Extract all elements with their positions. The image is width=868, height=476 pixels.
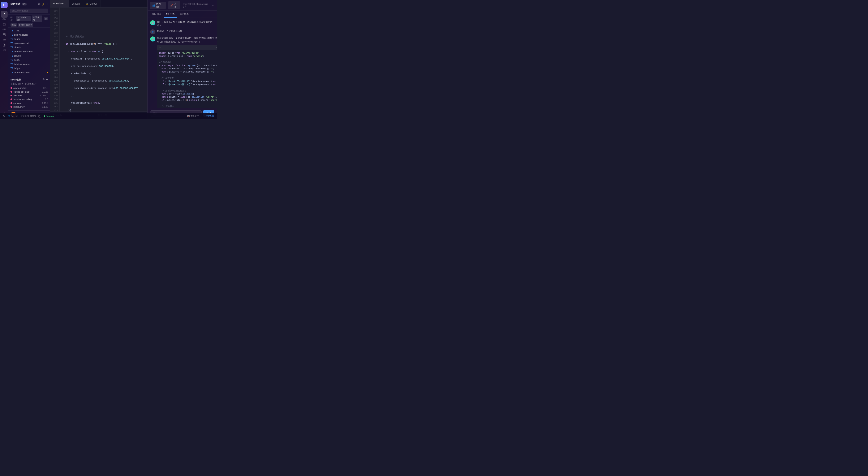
use-code-button[interactable]: 使用 xyxy=(216,46,217,49)
npm-name: claude-api-slack xyxy=(13,91,41,93)
code-editor[interactable]: 156 157 158 159 160 161 162 163 164 165 … xyxy=(50,7,148,111)
sidebar-storage-item[interactable]: 存储 xyxy=(1,31,7,41)
panel-tab-api[interactable]: 接口调试 xyxy=(149,11,164,18)
database-icon xyxy=(3,23,6,26)
tab-unlock[interactable]: 🔒 Unlock xyxy=(83,0,100,7)
function-item-checkMJ[interactable]: TS checkMJPicStatus xyxy=(8,49,50,54)
sidebar-item-logs[interactable] xyxy=(1,42,7,48)
sidebar-item-database-label: 数据 xyxy=(2,28,6,31)
npm-dot xyxy=(10,91,12,93)
status-right: 📊 资源监控 · · · · 变更配置 xyxy=(187,114,214,117)
status-settings-icon[interactable]: ⚙ xyxy=(2,114,5,118)
search-box xyxy=(8,7,50,15)
function-name: ai-api xyxy=(14,38,20,40)
add-function-button[interactable]: + xyxy=(46,2,48,6)
ts-prefix: TS xyxy=(10,59,13,61)
npm-section-header: NPM 依赖 ✎ + xyxy=(10,78,48,81)
tab-icon-lock: 🔒 xyxy=(86,2,88,5)
tab-label-weixin-gpt: weixin-... xyxy=(56,2,66,5)
npm-version: 1.1.23 xyxy=(42,106,48,108)
function-item-lafrun[interactable]: TS laf-run-exporter xyxy=(8,70,50,75)
function-item-lafgpt[interactable]: TS laf-gpt xyxy=(8,66,50,70)
top-right-actions: 👥 协作 (1) 🚀 发布 https://htr4n1.laf.run/wei… xyxy=(150,1,214,9)
ts-prefix: TS xyxy=(10,38,13,40)
function-item-aiapi[interactable]: TS ai-api xyxy=(8,37,50,41)
filter-icon[interactable]: ⚡ xyxy=(41,2,45,6)
logs-icon xyxy=(3,43,6,46)
tag-section: 标签 laf-cluade-api laf公众号 laf xyxy=(8,15,50,23)
panel-tab-laf-pilot[interactable]: Laf Pilot xyxy=(164,11,177,18)
config-button[interactable]: 变更配置 xyxy=(206,114,214,117)
publish-button[interactable]: 🚀 发布 xyxy=(168,1,180,9)
sidebar-item-functions-label: 函数 xyxy=(2,18,6,20)
npm-meta: 自定义依赖 9 内置依赖 24 xyxy=(10,82,48,85)
sidebar-database-item[interactable]: 数据 xyxy=(1,21,7,31)
monitor-link[interactable]: 📊 资源监控 · · · · xyxy=(187,114,203,117)
npm-item-fast-text-encoding[interactable]: fast-text-encoding 1.0.6 xyxy=(10,97,48,101)
panel-tab-laf-pilot-label: Laf Pilot xyxy=(166,12,175,15)
npm-section-title: NPM 依赖 xyxy=(10,78,21,81)
panel-tabs: 接口调试 Laf Pilot 历史版本 xyxy=(148,11,217,18)
status-help-icon[interactable]: ? xyxy=(38,114,41,117)
function-item-deldb[interactable]: TS delDB xyxy=(8,58,50,62)
npm-item-midjourney[interactable]: midjourney 1.1.23 xyxy=(10,105,48,109)
function-item-init[interactable]: TS __init__ xyxy=(8,29,50,33)
tab-chatsiri[interactable]: chatsiri xyxy=(69,0,83,7)
tag-laf[interactable]: laf xyxy=(43,18,48,20)
ts-prefix: TS xyxy=(10,67,13,70)
icon-sidebar: H ƒ 函数 数据 存储 日志 xyxy=(0,0,8,119)
function-name: ap-api-context xyxy=(14,42,29,44)
function-item-chatsiri[interactable]: TS chatsiri xyxy=(8,45,50,49)
sidebar-item-logs-label: 日志 xyxy=(2,49,6,51)
function-item-lafdev[interactable]: TS laf-dev-exporter xyxy=(8,62,50,66)
sidebar-logs-item[interactable]: 日志 xyxy=(1,42,7,51)
npm-item-async-mutex[interactable]: async-mutex 0.4.0 xyxy=(10,86,48,90)
tab-weixin-gpt[interactable]: weixin-... xyxy=(50,0,69,7)
ts-prefix: TS xyxy=(10,55,13,57)
monitor-icon: 📊 xyxy=(187,115,190,117)
tag-laf-wechat[interactable]: laf公众号 xyxy=(32,15,42,22)
npm-item-aws-sdk[interactable]: aws-sdk 2.1374.0 xyxy=(10,94,48,97)
app-logo[interactable]: H xyxy=(1,2,7,8)
right-panel: 👥 协作 (1) 🚀 发布 https://htr4n1.laf.run/wei… xyxy=(148,0,217,119)
panel-tab-api-label: 接口调试 xyxy=(152,12,161,15)
function-name: mj-api xyxy=(14,75,20,76)
sidebar-item-database[interactable] xyxy=(1,21,7,28)
function-item-claude[interactable]: TS claude xyxy=(8,54,50,58)
ts-prefix: TS xyxy=(10,50,13,53)
function-name: claude xyxy=(14,55,21,57)
search-input[interactable] xyxy=(10,9,48,13)
npm-item-claude-api-slack[interactable]: claude-api-slack 1.0.28 xyxy=(10,90,48,94)
chat-text-welcome: 你好，我是 Laf AI 开发助理，请问有什么可以帮助您的吗？ xyxy=(157,20,214,27)
tag-laf-claude-api[interactable]: laf-cluade-api xyxy=(16,16,31,21)
tag-sealos[interactable]: Sealos 公众号 xyxy=(18,23,33,27)
copy-url-icon[interactable]: ⧉ xyxy=(213,4,214,7)
status-lang[interactable]: 🌐 En xyxy=(7,115,13,117)
function-item-apapi[interactable]: TS ap-api-context xyxy=(8,41,50,45)
panel-tab-history[interactable]: 历史版本 xyxy=(177,11,191,18)
ts-prefix: TS xyxy=(10,76,13,76)
chat-message-user: 👤 帮我写一个登录注册函数 xyxy=(150,29,214,34)
status-app[interactable]: 当前应用: others xyxy=(20,114,36,117)
tab-label-chatsiri: chatsiri xyxy=(72,2,80,5)
tag-test[interactable]: 测试 xyxy=(10,23,17,27)
npm-item-canvas[interactable]: canvas 2.11.2 xyxy=(10,101,48,105)
function-name: laf-gpt xyxy=(14,67,21,70)
publish-label: 发布 xyxy=(174,2,178,8)
npm-name: fast-text-encoding xyxy=(13,98,42,101)
function-item-addwhitelist[interactable]: TS add-whiteList xyxy=(8,33,50,37)
tag-section-2: 测试 Sealos 公众号 xyxy=(8,23,50,28)
delete-icon[interactable]: 🗑 xyxy=(37,2,40,6)
npm-add-button[interactable]: + xyxy=(46,78,48,81)
status-sun[interactable]: ☀ xyxy=(16,115,18,117)
npm-name: midjourney xyxy=(13,106,41,108)
sidebar-item-storage[interactable] xyxy=(1,31,7,38)
user-avatar-chat: 👤 xyxy=(150,29,155,34)
sidebar-function-item[interactable]: ƒ 函数 xyxy=(1,11,7,20)
function-item-mjapi[interactable]: TS mj-api xyxy=(8,75,50,76)
sidebar-item-functions[interactable]: ƒ xyxy=(1,11,7,18)
npm-edit-icon[interactable]: ✎ xyxy=(42,78,45,81)
collab-button[interactable]: 👥 协作 (1) xyxy=(150,2,166,9)
functions-icon: ƒ xyxy=(3,12,5,16)
function-sidebar: 函数列表 21 🗑 ⚡ + 标签 laf-cluade-api laf公众号 l… xyxy=(8,0,50,119)
